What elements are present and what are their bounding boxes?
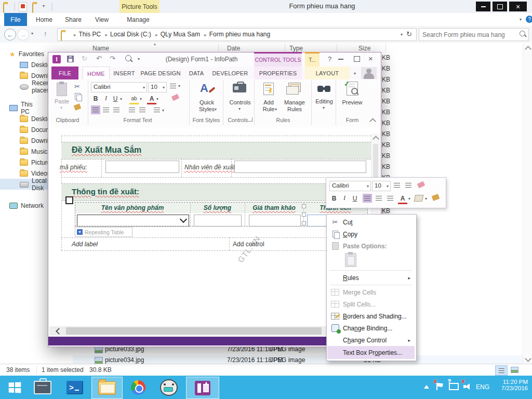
qat-customize-icon[interactable]: ▾ bbox=[43, 4, 45, 8]
tab-share[interactable]: Share bbox=[61, 13, 85, 26]
context-menu-item-textbox-properties[interactable]: Text Box Properties... bbox=[327, 346, 415, 359]
breadcrumb-local-disk[interactable]: Local Disk (C:) bbox=[110, 31, 151, 38]
editing-button[interactable]: Editing ▾ bbox=[313, 82, 335, 116]
copy-icon[interactable] bbox=[75, 93, 81, 100]
mini-align-left-button[interactable] bbox=[363, 194, 372, 203]
align-center-button[interactable] bbox=[101, 105, 111, 114]
collapse-ribbon-icon[interactable] bbox=[369, 118, 376, 125]
qat-new-folder-icon[interactable] bbox=[32, 3, 33, 13]
canvas-horizontal-scrollbar[interactable] bbox=[49, 326, 327, 336]
scroll-down-icon[interactable] bbox=[525, 355, 531, 362]
cut-icon[interactable]: ✂ bbox=[74, 83, 80, 90]
infopath-maximize-button[interactable] bbox=[354, 56, 360, 62]
ip-tab-page-design[interactable]: PAGE DESIGN bbox=[139, 66, 182, 79]
thumbnails-view-button[interactable] bbox=[509, 365, 520, 375]
nhan-vien-textbox[interactable] bbox=[234, 161, 366, 173]
ma-phieu-textbox[interactable] bbox=[105, 161, 179, 173]
tray-expand-icon[interactable] bbox=[424, 385, 429, 389]
column-selection-handle[interactable] bbox=[302, 204, 306, 208]
mini-align-right-button[interactable] bbox=[385, 194, 395, 203]
hscroll-thumb[interactable] bbox=[66, 327, 322, 335]
align-right-button[interactable] bbox=[112, 105, 121, 114]
search-icon[interactable] bbox=[520, 31, 525, 36]
taskbar-item-chrome[interactable] bbox=[125, 377, 152, 398]
taskbar-item-round-face-app[interactable] bbox=[155, 377, 183, 398]
bullets-button[interactable] bbox=[152, 105, 162, 114]
ribbon-font-select[interactable]: Calibri ▾ bbox=[91, 82, 147, 92]
format-painter-icon[interactable] bbox=[74, 103, 82, 111]
design-mode-icon[interactable] bbox=[125, 55, 131, 61]
mini-font-color-button[interactable]: A bbox=[398, 194, 407, 204]
language-indicator[interactable]: ENG bbox=[476, 383, 489, 391]
explorer-minimize-button[interactable] bbox=[476, 2, 490, 11]
infopath-close-button[interactable]: × bbox=[368, 54, 373, 63]
decrease-indent-icon[interactable] bbox=[394, 183, 400, 188]
add-control-placeholder[interactable]: Add control bbox=[233, 241, 264, 248]
bold-button[interactable]: B bbox=[91, 94, 100, 103]
highlight-button[interactable]: ab bbox=[129, 94, 139, 104]
item-dropdown[interactable] bbox=[77, 215, 189, 227]
context-menu-item-copy[interactable]: Copy bbox=[327, 228, 415, 240]
sidebar-item-favorites[interactable]: ★Favorites bbox=[9, 49, 44, 59]
ip-tab-insert[interactable]: INSERT bbox=[113, 66, 136, 79]
forward-button[interactable]: → bbox=[17, 29, 29, 41]
sidebar-item-this-pc[interactable]: This PC bbox=[9, 103, 33, 113]
clock[interactable]: 11:20 PM 7/23/2016 bbox=[494, 379, 528, 396]
taskbar-item-infopath[interactable] bbox=[186, 377, 219, 399]
context-menu-item-rules[interactable]: Rules ▸ bbox=[327, 272, 415, 284]
explorer-restore-button[interactable] bbox=[493, 2, 507, 11]
mini-font-select[interactable]: Calibri ▾ bbox=[329, 181, 371, 191]
column-header-name[interactable]: Name bbox=[92, 45, 109, 52]
recent-locations-icon[interactable]: ▾ bbox=[31, 31, 33, 36]
sidebar-item-recent-places[interactable]: Recent places bbox=[20, 82, 51, 92]
explorer-vertical-scrollbar[interactable] bbox=[523, 44, 532, 364]
underline-button[interactable]: U bbox=[111, 94, 120, 103]
line-spacing-icon[interactable] bbox=[170, 84, 176, 88]
back-button[interactable]: ← bbox=[4, 29, 16, 41]
address-bar[interactable]: ▸This PC ▸Local Disk (C:) ▸QLy Mua Sam ▸… bbox=[57, 28, 417, 41]
align-left-button[interactable] bbox=[91, 105, 100, 114]
sidebar-item-local-disk[interactable]: Local Disk bbox=[20, 179, 47, 190]
mini-align-center-button[interactable] bbox=[374, 194, 383, 203]
infopath-help-icon[interactable]: ? bbox=[328, 55, 331, 63]
refresh-icon[interactable]: ↻ bbox=[406, 30, 412, 38]
context-menu-item-borders-shading[interactable]: Borders and Shading... bbox=[327, 310, 415, 322]
ip-tab-layout[interactable]: LAYOUT bbox=[305, 66, 350, 79]
clear-formatting-icon[interactable] bbox=[417, 181, 425, 189]
mini-size-select[interactable]: 10 ▾ bbox=[372, 181, 391, 191]
tab-view[interactable]: View bbox=[90, 13, 113, 26]
breadcrumb-qly-mua-sam[interactable]: QLy Mua Sam bbox=[161, 31, 200, 38]
mini-underline-button[interactable]: U bbox=[350, 194, 360, 203]
ip-tab-data[interactable]: DATA bbox=[185, 66, 207, 79]
infopath-minimize-button[interactable] bbox=[338, 59, 343, 60]
column-header-size[interactable]: Size bbox=[358, 45, 370, 52]
preview-button[interactable]: ✓ Preview bbox=[338, 82, 366, 116]
tab-manage[interactable]: Manage bbox=[123, 13, 154, 26]
form-title-band[interactable]: Đề Xuất Mua Sắm bbox=[61, 142, 371, 159]
controls-dialog-launcher-icon[interactable] bbox=[248, 117, 252, 122]
gia-tham-khao-textbox[interactable] bbox=[249, 215, 301, 227]
increase-indent-icon[interactable] bbox=[405, 183, 411, 188]
avatar[interactable] bbox=[361, 67, 377, 79]
ribbon-expand-icon[interactable]: ▾ bbox=[520, 17, 522, 22]
up-button[interactable]: ↑ bbox=[44, 30, 47, 37]
tab-home[interactable]: Home bbox=[32, 13, 56, 26]
italic-button[interactable]: I bbox=[101, 94, 111, 103]
clear-formatting-icon[interactable] bbox=[171, 94, 180, 101]
save-icon[interactable] bbox=[67, 56, 74, 62]
repeating-table-tab[interactable]: ▼ Repeating Table bbox=[75, 227, 132, 237]
format-painter-icon[interactable] bbox=[432, 194, 440, 201]
tab-file[interactable]: File bbox=[4, 13, 27, 26]
add-rule-button[interactable]: Add Rule ▾ bbox=[257, 82, 280, 116]
ip-tab-properties[interactable]: PROPERTIES bbox=[254, 66, 302, 79]
start-button[interactable] bbox=[0, 377, 29, 398]
add-label-placeholder[interactable]: Add label bbox=[72, 241, 98, 248]
mini-bold-button[interactable]: B bbox=[329, 194, 339, 203]
breadcrumb-this-pc[interactable]: This PC bbox=[79, 31, 101, 38]
context-menu-item-cut[interactable]: ✂ Cut bbox=[327, 216, 415, 228]
scroll-up-icon[interactable] bbox=[525, 46, 531, 52]
decrease-indent-button[interactable] bbox=[127, 105, 137, 114]
table-select-handle[interactable] bbox=[65, 196, 73, 204]
so-luong-textbox[interactable] bbox=[194, 215, 242, 227]
increase-indent-button[interactable] bbox=[138, 105, 147, 114]
